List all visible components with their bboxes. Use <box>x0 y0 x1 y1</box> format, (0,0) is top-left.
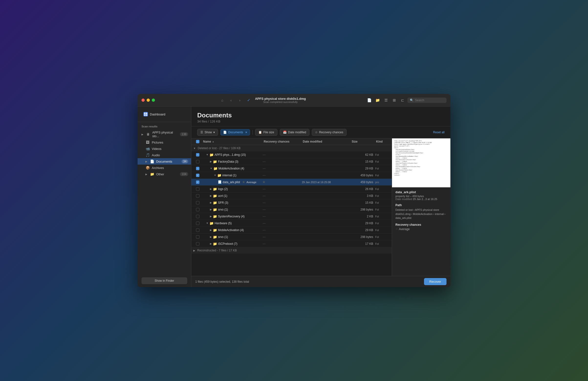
sidebar-item-documents[interactable]: ▶ 📄 Documents 34 <box>138 158 191 165</box>
expand-icon[interactable]: ▶ <box>210 201 212 204</box>
expand-icon[interactable]: ▼ <box>210 167 212 170</box>
table-row[interactable]: 📃 data_ark.plist ☆ Average ☆ 29 Jan 2023… <box>191 179 392 186</box>
expand-icon[interactable]: ▶ <box>210 242 212 245</box>
row-checkbox[interactable] <box>196 187 199 191</box>
group-expand-icon-reconstructed[interactable]: ▶ <box>193 249 195 252</box>
row-checkbox[interactable] <box>196 242 199 246</box>
row-checkbox[interactable] <box>196 228 199 232</box>
row-checkbox-cell[interactable] <box>193 167 202 170</box>
home-button[interactable]: ⌂ <box>219 97 226 104</box>
row-name-cell: 📃 data_ark.plist ☆ Average <box>202 180 263 184</box>
row-checkbox-cell[interactable] <box>193 187 202 191</box>
row-checkbox[interactable] <box>196 222 199 225</box>
row-checkbox[interactable] <box>196 215 199 218</box>
row-checkbox-cell[interactable] <box>193 235 202 239</box>
table-row[interactable]: ▼ 📁 APFS phys...1.dmg (15) — 62 KB Fol <box>191 151 392 158</box>
table-row[interactable]: ▶ 📁 SFR (3) — 15 KB Fol <box>191 199 392 206</box>
row-checkbox[interactable] <box>196 208 199 211</box>
expand-icon[interactable]: ▶ <box>210 194 212 197</box>
expand-icon[interactable]: ▶ <box>210 229 212 231</box>
documents-filter-tag[interactable]: 📄 Documents ✕ <box>220 129 250 135</box>
expand-icon[interactable]: ▼ <box>206 153 209 156</box>
sidebar-item-archives[interactable]: 📦 Archives <box>138 165 191 171</box>
th-name[interactable]: Name ▲ <box>202 140 263 143</box>
file-size-filter-button[interactable]: 📋 File size <box>255 129 277 136</box>
table-row[interactable]: ▶ 📁 FactoryData (3) — 15 KB Fol <box>191 158 392 165</box>
expand-icon[interactable]: ▶ <box>210 188 212 190</box>
show-in-finder-button[interactable]: Show in Finder <box>142 277 187 284</box>
row-checkbox[interactable] <box>196 235 199 239</box>
select-all-checkbox[interactable] <box>196 140 199 143</box>
th-size[interactable]: Size <box>351 140 375 143</box>
row-checkbox-cell[interactable] <box>193 228 202 232</box>
row-checkbox-cell[interactable] <box>193 153 202 157</box>
list-view-icon[interactable]: ☰ <box>382 97 389 104</box>
forward-button[interactable]: › <box>236 97 243 104</box>
th-date[interactable]: Date modified <box>302 140 351 143</box>
expand-icon[interactable]: ▶ <box>210 208 212 211</box>
close-icon[interactable]: ✕ <box>245 131 247 134</box>
sidebar-item-apfs[interactable]: ▶ 🖥 APFS physical sto... 138 <box>138 129 191 139</box>
folder-icon: 📁 <box>213 160 217 164</box>
table-row[interactable]: ▶ 📁 srvo (1) — 298 bytes Fol <box>191 234 392 240</box>
reset-all-button[interactable]: Reset all <box>433 131 444 134</box>
folder-icon: 📁 <box>213 194 217 198</box>
maximize-button[interactable] <box>152 99 155 102</box>
new-folder-icon[interactable]: 📁 <box>374 97 381 104</box>
search-box[interactable]: 🔍 <box>407 98 446 103</box>
table-row[interactable]: ▶ 📁 logs (2) — 26 KB Fol <box>191 186 392 192</box>
expand-icon[interactable]: ▶ <box>210 235 212 238</box>
table-row[interactable]: ▶ 📁 ucrt (1) — 3 KB Fol <box>191 192 392 199</box>
row-checkbox-cell[interactable] <box>193 180 202 184</box>
dashboard-button[interactable]: Dashboard <box>142 111 187 118</box>
expand-icon[interactable]: ▼ <box>206 222 209 224</box>
table-row[interactable]: ▶ 📁 SystemRecovery (4) — 2 KB Fol <box>191 213 392 220</box>
group-expand-icon[interactable]: ▼ <box>193 147 196 150</box>
row-checkbox-cell[interactable] <box>193 194 202 198</box>
grid-view-icon[interactable]: ⊞ <box>391 97 398 104</box>
table-row[interactable]: ▼ 📁 internal (1) — 459 bytes Fol <box>191 172 392 179</box>
new-file-icon[interactable]: 📄 <box>366 97 373 104</box>
minimize-button[interactable] <box>147 99 150 102</box>
sidebar-item-other[interactable]: ▶ 📁 Other 104 <box>138 171 191 177</box>
expand-icon[interactable]: ▶ <box>210 215 212 218</box>
row-checkbox[interactable] <box>196 160 199 163</box>
row-checkbox[interactable] <box>196 201 199 204</box>
table-row[interactable]: ▶ 📁 srvo (1) — 298 bytes Fol <box>191 206 392 213</box>
row-checkbox[interactable] <box>196 180 199 184</box>
folder-icon: 📁 <box>213 208 217 212</box>
search-input[interactable] <box>415 99 444 102</box>
table-row[interactable]: ▶ 📁 MobileActivation (4) — 29 KB Fol <box>191 227 392 234</box>
panel-toggle-icon[interactable]: ⊏ <box>399 97 406 104</box>
sidebar-item-pictures[interactable]: 🖼 Pictures <box>138 139 191 146</box>
date-modified-filter-button[interactable]: 📅 Date modified <box>280 129 309 136</box>
recovery-chances-filter-button[interactable]: ☆ Recovery chances <box>312 129 347 136</box>
header-checkbox-cell[interactable] <box>193 140 202 143</box>
sidebar-item-audio[interactable]: 🎵 Audio <box>138 152 191 158</box>
row-checkbox-cell[interactable] <box>193 208 202 211</box>
row-checkbox-cell[interactable] <box>193 222 202 225</box>
row-checkbox-cell[interactable] <box>193 201 202 204</box>
th-recovery[interactable]: Recovery chances <box>263 140 302 143</box>
close-button[interactable] <box>142 99 145 102</box>
table-row[interactable]: ▼ 📁 Hardware (5) — 29 KB Fol <box>191 220 392 227</box>
recover-button[interactable]: Recover <box>424 278 446 285</box>
show-filter-button[interactable]: ☰ Show ▾ <box>197 129 218 136</box>
row-label-text: ucrt (1) <box>218 194 227 198</box>
table-row[interactable]: ▶ 📁 iSCPreboot (7) — 17 KB Fol <box>191 240 392 247</box>
row-checkbox-cell[interactable] <box>193 174 202 177</box>
row-kind-cell: Fol <box>375 235 390 238</box>
table-row[interactable]: ▼ 📁 MobileActivation (4) — 29 KB Fol <box>191 165 392 172</box>
th-kind[interactable]: Kind <box>375 140 390 143</box>
row-checkbox[interactable] <box>196 167 199 170</box>
expand-icon[interactable]: ▶ <box>210 160 212 163</box>
row-checkbox-cell[interactable] <box>193 242 202 246</box>
sidebar-item-videos[interactable]: 📹 Videos <box>138 146 191 152</box>
row-checkbox[interactable] <box>196 153 199 157</box>
row-checkbox[interactable] <box>196 174 199 177</box>
row-checkbox[interactable] <box>196 194 199 198</box>
row-checkbox-cell[interactable] <box>193 160 202 163</box>
expand-icon[interactable]: ▼ <box>214 174 216 177</box>
back-button[interactable]: ‹ <box>228 97 234 104</box>
row-checkbox-cell[interactable] <box>193 215 202 218</box>
